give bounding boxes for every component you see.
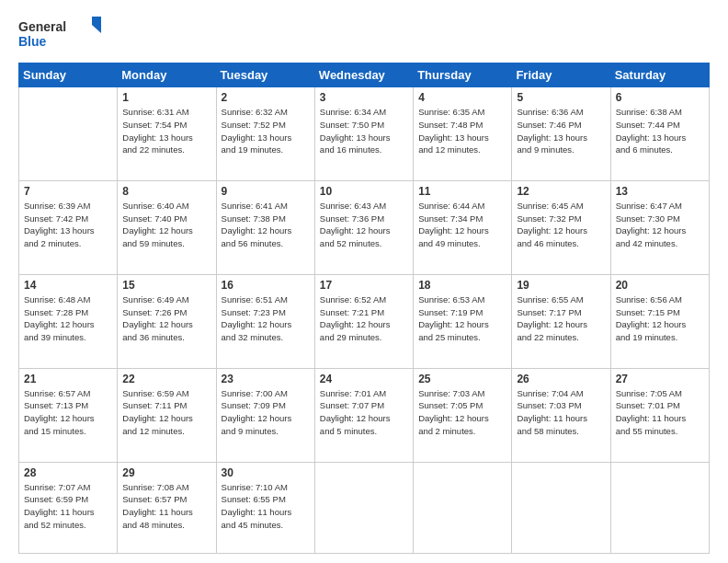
day-info: Sunrise: 7:10 AM Sunset: 6:55 PM Dayligh…: [222, 481, 310, 532]
calendar-cell: 5Sunrise: 6:36 AM Sunset: 7:46 PM Daylig…: [512, 87, 610, 181]
day-info: Sunrise: 6:31 AM Sunset: 7:54 PM Dayligh…: [122, 106, 210, 156]
day-info: Sunrise: 6:38 AM Sunset: 7:44 PM Dayligh…: [616, 106, 704, 156]
day-number: 24: [320, 373, 408, 385]
calendar-cell: [19, 87, 118, 181]
calendar-cell: 22Sunrise: 6:59 AM Sunset: 7:11 PM Dayli…: [118, 368, 216, 462]
calendar-cell: 29Sunrise: 7:08 AM Sunset: 6:57 PM Dayli…: [118, 462, 216, 554]
calendar-cell: 20Sunrise: 6:56 AM Sunset: 7:15 PM Dayli…: [610, 274, 709, 368]
day-info: Sunrise: 7:04 AM Sunset: 7:03 PM Dayligh…: [517, 387, 605, 438]
calendar-cell: 17Sunrise: 6:52 AM Sunset: 7:21 PM Dayli…: [314, 274, 413, 368]
calendar-cell: 3Sunrise: 6:34 AM Sunset: 7:50 PM Daylig…: [314, 87, 413, 181]
calendar-cell: 7Sunrise: 6:39 AM Sunset: 7:42 PM Daylig…: [19, 180, 118, 274]
day-number: 17: [320, 279, 408, 292]
day-info: Sunrise: 6:39 AM Sunset: 7:42 PM Dayligh…: [24, 200, 112, 250]
calendar-cell: 4Sunrise: 6:35 AM Sunset: 7:48 PM Daylig…: [414, 87, 512, 181]
day-info: Sunrise: 6:44 AM Sunset: 7:34 PM Dayligh…: [418, 200, 506, 250]
day-number: 19: [517, 279, 605, 292]
day-info: Sunrise: 6:51 AM Sunset: 7:23 PM Dayligh…: [222, 293, 310, 344]
day-number: 4: [418, 91, 506, 104]
weekday-header: Tuesday: [216, 63, 314, 87]
calendar-cell: 30Sunrise: 7:10 AM Sunset: 6:55 PM Dayli…: [216, 462, 314, 554]
calendar-cell: 1Sunrise: 6:31 AM Sunset: 7:54 PM Daylig…: [118, 87, 216, 181]
weekday-header: Thursday: [414, 63, 512, 87]
day-info: Sunrise: 6:34 AM Sunset: 7:50 PM Dayligh…: [320, 106, 408, 156]
svg-text:Blue: Blue: [18, 34, 47, 49]
day-number: 25: [418, 373, 506, 385]
day-number: 2: [222, 91, 310, 104]
day-info: Sunrise: 6:53 AM Sunset: 7:19 PM Dayligh…: [418, 293, 506, 344]
day-info: Sunrise: 6:49 AM Sunset: 7:26 PM Dayligh…: [122, 293, 210, 344]
calendar-cell: 9Sunrise: 6:41 AM Sunset: 7:38 PM Daylig…: [216, 180, 314, 274]
day-number: 30: [222, 466, 310, 479]
header: General Blue: [18, 17, 710, 53]
day-number: 14: [24, 279, 112, 292]
day-info: Sunrise: 6:36 AM Sunset: 7:46 PM Dayligh…: [517, 106, 605, 156]
day-number: 5: [517, 91, 605, 104]
calendar-cell: 11Sunrise: 6:44 AM Sunset: 7:34 PM Dayli…: [414, 180, 512, 274]
calendar-cell: 14Sunrise: 6:48 AM Sunset: 7:28 PM Dayli…: [19, 274, 118, 368]
day-number: 18: [418, 279, 506, 292]
calendar-cell: 25Sunrise: 7:03 AM Sunset: 7:05 PM Dayli…: [414, 368, 512, 462]
calendar-cell: [414, 462, 512, 554]
day-info: Sunrise: 6:32 AM Sunset: 7:52 PM Dayligh…: [222, 106, 310, 156]
calendar-cell: 12Sunrise: 6:45 AM Sunset: 7:32 PM Dayli…: [512, 180, 610, 274]
svg-text:General: General: [18, 19, 66, 34]
day-number: 21: [24, 373, 112, 385]
calendar-cell: 2Sunrise: 6:32 AM Sunset: 7:52 PM Daylig…: [216, 87, 314, 181]
calendar-cell: 19Sunrise: 6:55 AM Sunset: 7:17 PM Dayli…: [512, 274, 610, 368]
calendar-cell: [610, 462, 709, 554]
day-info: Sunrise: 7:03 AM Sunset: 7:05 PM Dayligh…: [418, 387, 506, 438]
day-info: Sunrise: 6:59 AM Sunset: 7:11 PM Dayligh…: [122, 387, 210, 438]
svg-marker-1: [92, 17, 101, 33]
day-info: Sunrise: 7:07 AM Sunset: 6:59 PM Dayligh…: [24, 481, 112, 532]
weekday-header: Saturday: [610, 63, 709, 87]
day-info: Sunrise: 6:43 AM Sunset: 7:36 PM Dayligh…: [320, 200, 408, 250]
day-number: 6: [616, 91, 704, 104]
day-number: 9: [222, 185, 310, 198]
calendar-cell: 16Sunrise: 6:51 AM Sunset: 7:23 PM Dayli…: [216, 274, 314, 368]
day-number: 16: [222, 279, 310, 292]
day-number: 8: [122, 185, 210, 198]
calendar-cell: 27Sunrise: 7:05 AM Sunset: 7:01 PM Dayli…: [610, 368, 709, 462]
day-number: 7: [24, 185, 112, 198]
calendar-cell: 15Sunrise: 6:49 AM Sunset: 7:26 PM Dayli…: [118, 274, 216, 368]
day-number: 12: [517, 185, 605, 198]
day-info: Sunrise: 7:00 AM Sunset: 7:09 PM Dayligh…: [222, 387, 310, 438]
calendar-cell: 10Sunrise: 6:43 AM Sunset: 7:36 PM Dayli…: [314, 180, 413, 274]
day-info: Sunrise: 7:05 AM Sunset: 7:01 PM Dayligh…: [616, 387, 704, 438]
weekday-header: Friday: [512, 63, 610, 87]
day-number: 23: [222, 373, 310, 385]
day-number: 1: [122, 91, 210, 104]
day-number: 26: [517, 373, 605, 385]
weekday-header: Wednesday: [314, 63, 413, 87]
page: General Blue SundayMondayTuesdayWednesda…: [0, 0, 728, 563]
day-info: Sunrise: 6:47 AM Sunset: 7:30 PM Dayligh…: [616, 200, 704, 250]
day-info: Sunrise: 6:41 AM Sunset: 7:38 PM Dayligh…: [222, 200, 310, 250]
calendar-cell: [512, 462, 610, 554]
calendar-cell: 21Sunrise: 6:57 AM Sunset: 7:13 PM Dayli…: [19, 368, 118, 462]
day-number: 29: [122, 466, 210, 479]
day-info: Sunrise: 6:45 AM Sunset: 7:32 PM Dayligh…: [517, 200, 605, 250]
logo-svg: General Blue: [18, 17, 101, 53]
day-number: 13: [616, 185, 704, 198]
day-number: 20: [616, 279, 704, 292]
calendar-cell: 6Sunrise: 6:38 AM Sunset: 7:44 PM Daylig…: [610, 87, 709, 181]
weekday-header: Sunday: [19, 63, 118, 87]
day-number: 3: [320, 91, 408, 104]
day-info: Sunrise: 6:55 AM Sunset: 7:17 PM Dayligh…: [517, 293, 605, 344]
day-number: 10: [320, 185, 408, 198]
day-info: Sunrise: 6:57 AM Sunset: 7:13 PM Dayligh…: [24, 387, 112, 438]
logo: General Blue: [18, 17, 101, 53]
calendar-cell: 8Sunrise: 6:40 AM Sunset: 7:40 PM Daylig…: [118, 180, 216, 274]
calendar-cell: 13Sunrise: 6:47 AM Sunset: 7:30 PM Dayli…: [610, 180, 709, 274]
day-number: 15: [122, 279, 210, 292]
day-number: 28: [24, 466, 112, 479]
calendar-table: SundayMondayTuesdayWednesdayThursdayFrid…: [18, 63, 710, 554]
calendar-cell: 18Sunrise: 6:53 AM Sunset: 7:19 PM Dayli…: [414, 274, 512, 368]
calendar-cell: 24Sunrise: 7:01 AM Sunset: 7:07 PM Dayli…: [314, 368, 413, 462]
day-number: 27: [616, 373, 704, 385]
day-info: Sunrise: 6:48 AM Sunset: 7:28 PM Dayligh…: [24, 293, 112, 344]
weekday-header: Monday: [118, 63, 216, 87]
day-info: Sunrise: 6:35 AM Sunset: 7:48 PM Dayligh…: [418, 106, 506, 156]
day-number: 22: [122, 373, 210, 385]
